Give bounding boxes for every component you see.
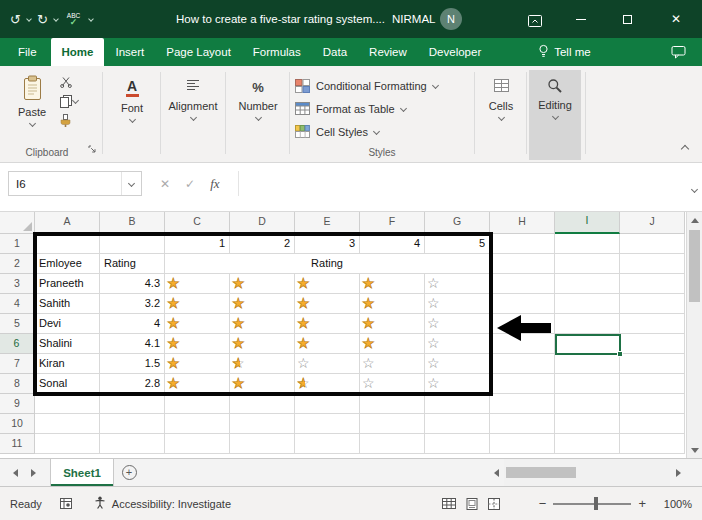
cell-h9[interactable]: [490, 394, 555, 414]
cell-a2[interactable]: Emloyee: [35, 254, 100, 274]
column-header-f[interactable]: F: [360, 212, 425, 234]
row-header-6[interactable]: 6: [0, 334, 35, 354]
row-header-1[interactable]: 1: [0, 234, 35, 254]
column-header-c[interactable]: C: [165, 212, 230, 234]
column-header-b[interactable]: B: [100, 212, 165, 234]
column-header-a[interactable]: A: [35, 212, 100, 234]
qat-customize-caret-icon[interactable]: [88, 16, 94, 22]
tab-developer[interactable]: Developer: [418, 38, 492, 66]
spellcheck-icon[interactable]: ABC✓: [67, 13, 80, 26]
cell-f9[interactable]: [360, 394, 425, 414]
row-header-4[interactable]: 4: [0, 294, 35, 314]
horizontal-scroll-track[interactable]: [504, 459, 670, 486]
cell-f8[interactable]: ☆: [360, 374, 425, 394]
undo-caret-icon[interactable]: [26, 16, 32, 22]
cell-h7[interactable]: [490, 354, 555, 374]
row-header-9[interactable]: 9: [0, 394, 35, 414]
vertical-scrollbar[interactable]: [686, 212, 702, 458]
row-header-5[interactable]: 5: [0, 314, 35, 334]
minimize-button[interactable]: [558, 0, 604, 38]
cell-d9[interactable]: [230, 394, 295, 414]
cell-h5[interactable]: [490, 314, 555, 334]
vertical-scrollbar-thumb[interactable]: [689, 230, 700, 302]
cell-g1[interactable]: 5: [425, 234, 490, 254]
user-avatar[interactable]: N: [440, 8, 462, 30]
collapse-ribbon-icon[interactable]: [682, 138, 688, 156]
cell-b6[interactable]: 4.1: [100, 334, 165, 354]
cell-i1[interactable]: [555, 234, 620, 254]
cell-e9[interactable]: [295, 394, 360, 414]
macro-record-icon[interactable]: [60, 498, 72, 509]
row-header-3[interactable]: 3: [0, 274, 35, 294]
cell-h8[interactable]: [490, 374, 555, 394]
cell-g10[interactable]: [425, 414, 490, 434]
cell-g6[interactable]: ☆: [425, 334, 490, 354]
row-header-2[interactable]: 2: [0, 254, 35, 274]
view-normal-button[interactable]: [442, 498, 456, 509]
cell-a4[interactable]: Sahith: [35, 294, 100, 314]
cell-i9[interactable]: [555, 394, 620, 414]
cell-c3[interactable]: ★: [165, 274, 230, 294]
user-name[interactable]: NIRMAL: [392, 13, 435, 25]
cell-b11[interactable]: [100, 434, 165, 454]
cell-f11[interactable]: [360, 434, 425, 454]
sheet-tab-sheet1[interactable]: Sheet1: [50, 459, 114, 486]
alignment-group-button[interactable]: Alignment: [163, 71, 223, 157]
cell-c6[interactable]: ★: [165, 334, 230, 354]
cell-b8[interactable]: 2.8: [100, 374, 165, 394]
tab-review[interactable]: Review: [358, 38, 418, 66]
clipboard-dialog-launcher-icon[interactable]: [88, 140, 97, 158]
formula-input[interactable]: [238, 171, 678, 196]
scroll-up-button[interactable]: [687, 212, 702, 228]
cell-d11[interactable]: [230, 434, 295, 454]
column-header-d[interactable]: D: [230, 212, 295, 234]
scroll-left-button[interactable]: [488, 459, 504, 486]
cell-f1[interactable]: 4: [360, 234, 425, 254]
cell-j3[interactable]: [620, 274, 685, 294]
cell-d1[interactable]: 2: [230, 234, 295, 254]
cell-b2[interactable]: Rating: [100, 254, 165, 274]
cell-b10[interactable]: [100, 414, 165, 434]
cell-h11[interactable]: [490, 434, 555, 454]
horizontal-scrollbar[interactable]: [488, 459, 686, 486]
cell-g3[interactable]: ☆: [425, 274, 490, 294]
cell-j10[interactable]: [620, 414, 685, 434]
new-sheet-button[interactable]: +: [114, 459, 144, 486]
view-page-layout-button[interactable]: [466, 498, 478, 510]
cell-g4[interactable]: ☆: [425, 294, 490, 314]
cell-h4[interactable]: [490, 294, 555, 314]
cell-c11[interactable]: [165, 434, 230, 454]
cell-c9[interactable]: [165, 394, 230, 414]
cell-i2[interactable]: [555, 254, 620, 274]
cell-g11[interactable]: [425, 434, 490, 454]
cell-i6[interactable]: [555, 334, 620, 354]
copy-button[interactable]: [60, 95, 78, 106]
insert-function-icon[interactable]: fx: [210, 176, 219, 192]
cell-g5[interactable]: ☆: [425, 314, 490, 334]
cell-j2[interactable]: [620, 254, 685, 274]
cell-c10[interactable]: [165, 414, 230, 434]
cell-c4[interactable]: ★: [165, 294, 230, 314]
cell-c2[interactable]: Rating: [165, 254, 490, 274]
cell-c8[interactable]: ★: [165, 374, 230, 394]
view-page-break-button[interactable]: [488, 498, 500, 510]
cell-g7[interactable]: ☆: [425, 354, 490, 374]
tab-file[interactable]: File: [4, 38, 51, 66]
zoom-slider-thumb[interactable]: [594, 497, 598, 510]
cell-f7[interactable]: ☆: [360, 354, 425, 374]
cell-h1[interactable]: [490, 234, 555, 254]
number-group-button[interactable]: % Number: [229, 71, 287, 157]
cell-i3[interactable]: [555, 274, 620, 294]
cell-i5[interactable]: [555, 314, 620, 334]
close-button[interactable]: ✕: [650, 0, 702, 38]
column-header-j[interactable]: J: [620, 212, 685, 234]
cell-b3[interactable]: 4.3: [100, 274, 165, 294]
column-header-h[interactable]: H: [490, 212, 555, 234]
column-header-i[interactable]: I: [555, 212, 620, 234]
sheet-nav-right-button[interactable]: [24, 459, 42, 486]
select-all-button[interactable]: [0, 212, 35, 234]
zoom-in-button[interactable]: +: [638, 496, 646, 511]
cell-a11[interactable]: [35, 434, 100, 454]
cell-b5[interactable]: 4: [100, 314, 165, 334]
cell-j6[interactable]: [620, 334, 685, 354]
